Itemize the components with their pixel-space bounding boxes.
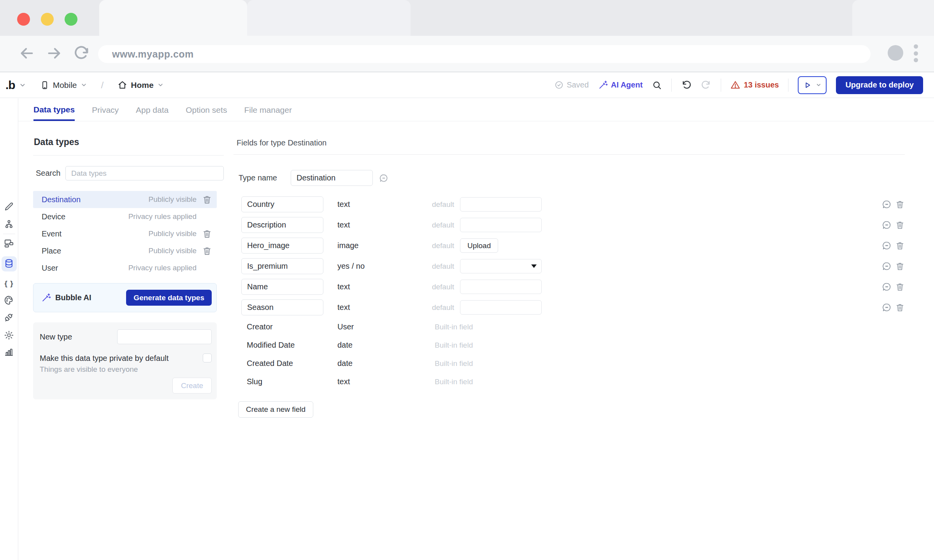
create-new-field-button[interactable]: Create a new field [238,401,313,418]
field-type[interactable]: text [337,220,431,229]
search-icon[interactable] [652,80,662,90]
browser-tab-strip [0,0,934,36]
chevron-down-icon[interactable] [19,82,26,89]
panel-title: Data types [34,137,224,147]
saved-status: Saved [555,80,589,89]
pencil-icon[interactable] [4,201,14,212]
trash-icon[interactable] [895,261,905,271]
chart-icon[interactable] [4,347,14,357]
plug-icon[interactable] [4,313,14,323]
comment-icon[interactable] [882,261,892,271]
divider [234,154,905,155]
data-type-row[interactable]: User Privacy rules applied [33,259,217,276]
field-name: Hero_image [247,241,290,250]
bubble-logo[interactable]: .b [5,79,15,92]
create-type-button[interactable]: Create [172,378,212,394]
default-label: default [431,221,454,229]
maximize-window-button[interactable] [65,13,77,26]
back-icon[interactable] [18,44,36,62]
browser-tab-area-right [852,0,934,36]
field-default-input[interactable] [460,280,542,294]
private-checkbox[interactable] [203,354,212,362]
field-name-input[interactable]: Hero_image [241,238,323,254]
data-tab[interactable]: File manager [244,105,292,121]
data-type-visibility: Publicly visible [148,247,197,255]
data-tab[interactable]: Data types [33,105,75,121]
gear-icon[interactable] [4,330,14,341]
ai-agent-button[interactable]: AI Agent [598,80,643,90]
window-controls [17,13,77,26]
fields-panel-title: Fields for type Destination [237,138,905,147]
comment-icon[interactable] [882,303,892,312]
braces-icon[interactable]: { } [4,278,14,289]
data-tab[interactable]: App data [136,105,169,121]
type-name-input[interactable] [291,170,373,186]
data-type-visibility: Privacy rules applied [128,264,197,272]
new-type-input[interactable] [117,329,212,344]
type-name-label: Type name [239,173,277,182]
field-default-input[interactable] [460,197,542,212]
components-icon[interactable] [4,238,14,248]
data-tab[interactable]: Option sets [186,105,227,121]
upload-button[interactable]: Upload [460,238,498,253]
trash-icon[interactable] [895,220,905,230]
data-type-name: Event [42,229,61,238]
field-name-input[interactable]: Is_premium [241,258,323,274]
minimize-window-button[interactable] [41,13,54,26]
close-window-button[interactable] [17,13,30,26]
field-default-input[interactable] [460,218,542,232]
trash-icon[interactable] [895,200,905,209]
browser-tab-inactive[interactable] [247,0,411,36]
field-type: date [337,341,431,350]
workflow-icon[interactable] [4,219,14,230]
redo-icon[interactable] [701,80,711,90]
generate-data-types-button[interactable]: Generate data types [126,290,212,306]
field-type[interactable]: yes / no [337,262,431,271]
comment-icon[interactable] [379,173,388,183]
forward-icon[interactable] [45,44,63,62]
field-type[interactable]: text [337,303,431,312]
issues-button[interactable]: 13 issues [730,80,779,90]
browser-menu-icon[interactable] [913,44,919,62]
data-type-row[interactable]: Place Publicly visible [33,242,217,259]
field-name-input[interactable]: Description [241,217,323,233]
browser-tab-active[interactable] [99,0,247,36]
palette-icon[interactable] [4,295,14,306]
page-selector[interactable]: Home [118,80,163,90]
preview-button[interactable] [798,76,827,94]
search-input[interactable] [65,166,224,180]
browser-profile-avatar[interactable] [888,45,903,61]
field-type[interactable]: image [337,241,431,250]
magic-wand-icon [41,293,51,303]
data-type-name: Device [42,212,65,221]
data-tab[interactable]: Privacy [92,105,119,121]
undo-icon[interactable] [681,80,692,90]
field-type[interactable]: text [337,200,431,209]
trash-icon[interactable] [202,246,212,256]
upgrade-to-deploy-button[interactable]: Upgrade to deploy [836,76,923,94]
field-default-input[interactable] [460,300,542,315]
default-label: default [431,303,454,312]
trash-icon[interactable] [202,194,212,205]
field-name-input[interactable]: Name [241,279,323,295]
data-type-row[interactable]: Device Privacy rules applied [33,208,217,225]
database-icon[interactable] [4,259,14,269]
platform-selector[interactable]: Mobile [40,80,87,90]
comment-icon[interactable] [882,282,892,292]
data-type-row[interactable]: Event Publicly visible [33,225,217,242]
comment-icon[interactable] [882,200,892,209]
field-type[interactable]: text [337,282,431,291]
address-bar[interactable]: www.myapp.com [98,45,871,63]
trash-icon[interactable] [895,303,905,312]
field-name-input[interactable]: Country [241,196,323,212]
comment-icon[interactable] [882,241,892,250]
data-type-row[interactable]: Destination Publicly visible [33,191,217,208]
trash-icon[interactable] [895,282,905,292]
field-name-input[interactable]: Season [241,299,323,315]
trash-icon[interactable] [895,241,905,250]
comment-icon[interactable] [882,220,892,230]
reload-icon[interactable] [72,44,90,62]
builtin-note: Built-in field [431,323,905,331]
trash-icon[interactable] [202,229,212,239]
field-default-dropdown[interactable] [460,259,542,273]
